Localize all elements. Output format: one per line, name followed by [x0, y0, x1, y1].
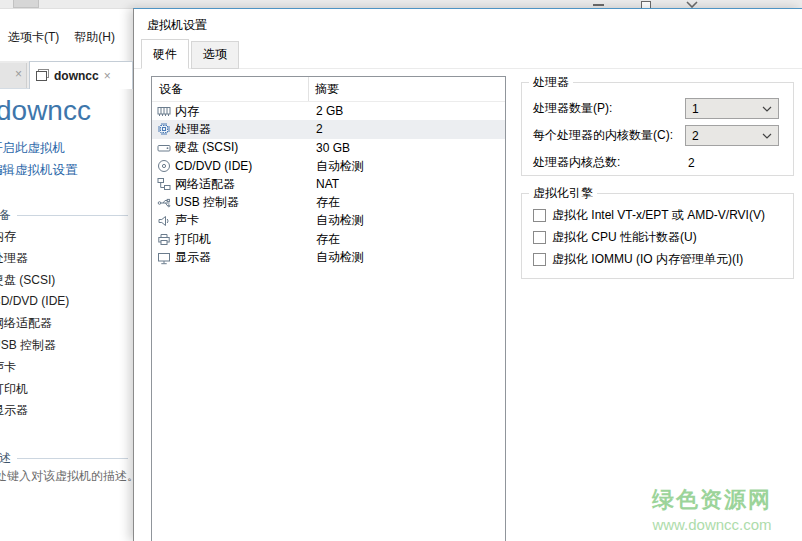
device-label: 处理器	[175, 121, 211, 138]
device-cell: 硬盘 (SCSI)	[152, 139, 310, 156]
bg-device-item[interactable]: 网络适配器	[0, 313, 130, 335]
cpu-icon	[157, 122, 171, 136]
bg-device-item[interactable]: 硬盘 (SCSI)	[0, 270, 130, 292]
printer-icon	[157, 232, 171, 246]
device-table-row[interactable]: 内存2 GB	[152, 102, 505, 120]
app-icon	[13, 0, 39, 8]
summary-cell: 自动检测	[310, 249, 364, 266]
checkbox-unchecked[interactable]	[533, 209, 546, 222]
memory-icon	[157, 104, 171, 118]
bg-device-item[interactable]: 声卡	[0, 357, 130, 379]
bg-device-item[interactable]: 处理器	[0, 248, 130, 270]
summary-cell: NAT	[310, 177, 339, 191]
summary-cell: 2 GB	[310, 104, 343, 118]
menu-item[interactable]: 帮助(H)	[74, 29, 115, 45]
device-table-row[interactable]: 声卡自动检测	[152, 212, 505, 230]
minimize-icon[interactable]	[593, 4, 604, 6]
dialog-tab-options[interactable]: 选项	[191, 41, 239, 69]
bg-device-item[interactable]: USB 控制器	[0, 335, 130, 357]
processor-count-select[interactable]: 1	[685, 98, 779, 119]
device-cell: 打印机	[152, 231, 310, 248]
virtualization-checkbox-row[interactable]: 虚拟化 IOMMU (IO 内存管理单元)(I)	[533, 251, 743, 268]
summary-cell: 自动检测	[310, 212, 364, 229]
device-table-row[interactable]: 显示器自动检测	[152, 248, 505, 266]
field-label: 处理器数量(P):	[533, 100, 612, 117]
device-table-row[interactable]: USB 控制器存在	[152, 193, 505, 211]
device-cell: 处理器	[152, 121, 310, 138]
edit-vm-settings-link[interactable]: 编辑虚拟机设置	[0, 162, 78, 179]
device-label: 硬盘 (SCSI)	[175, 139, 238, 156]
device-rows: 内存2 GB处理器2硬盘 (SCSI)30 GBCD/DVD (IDE)自动检测…	[152, 102, 505, 267]
cd-icon	[157, 159, 171, 173]
menu-bar: 选项卡(T)帮助(H)	[8, 29, 115, 45]
screen: 选项卡(T)帮助(H) × downcc × downcc 开启此虚拟机 编辑虚…	[0, 0, 802, 541]
bg-device-item[interactable]: 显示器	[0, 400, 130, 422]
device-table-row[interactable]: CD/DVD (IDE)自动检测	[152, 157, 505, 175]
checkbox-unchecked[interactable]	[533, 253, 546, 266]
device-table-row[interactable]: 网络适配器NAT	[152, 175, 505, 193]
processor-field-row: 处理器内核总数:2	[533, 152, 783, 173]
usb-icon	[157, 196, 171, 210]
vm-settings-dialog: 虚拟机设置 硬件选项 设备 摘要 内存2 GB处理器2硬盘 (SCSI)30 G…	[133, 8, 802, 541]
bg-device-item[interactable]: 内存	[0, 226, 130, 248]
dialog-tabs: 硬件选项	[141, 45, 241, 69]
dialog-title: 虚拟机设置	[147, 17, 207, 34]
tab-vm-downcc[interactable]: downcc ×	[29, 61, 133, 89]
background-main-window: 选项卡(T)帮助(H) × downcc × downcc 开启此虚拟机 编辑虚…	[0, 9, 133, 541]
device-table-row[interactable]: 处理器2	[152, 120, 505, 138]
field-label: 处理器内核总数:	[533, 154, 620, 171]
cores-per-processor-select[interactable]: 2	[685, 125, 779, 146]
device-cell: 网络适配器	[152, 176, 310, 193]
vm-tab-bar: × downcc ×	[0, 61, 133, 89]
tab-home-partial[interactable]: ×	[0, 63, 27, 89]
device-label: 声卡	[175, 212, 199, 229]
device-label: 网络适配器	[175, 176, 235, 193]
device-label: 打印机	[175, 231, 211, 248]
dialog-tab-hardware[interactable]: 硬件	[141, 39, 189, 69]
summary-cell: 存在	[310, 194, 340, 211]
summary-cell: 存在	[310, 231, 340, 248]
selected-value: 1	[692, 102, 699, 116]
vm-console-icon	[36, 69, 49, 82]
virtualization-checkbox-row[interactable]: 虚拟化 Intel VT-x/EPT 或 AMD-V/RVI(V)	[533, 207, 765, 224]
processor-group: 处理器 处理器数量(P):1每个处理器的内核数量(C):2处理器内核总数:2	[521, 82, 794, 176]
summary-cell: 自动检测	[310, 158, 364, 175]
device-label: CD/DVD (IDE)	[175, 159, 252, 173]
checkbox-label: 虚拟化 IOMMU (IO 内存管理单元)(I)	[552, 251, 743, 268]
device-table-row[interactable]: 硬盘 (SCSI)30 GB	[152, 139, 505, 157]
description-section-header: 描述	[0, 450, 128, 467]
device-label: 显示器	[175, 249, 211, 266]
device-table-header: 设备 摘要	[152, 77, 505, 102]
bg-device-item[interactable]: 打印机	[0, 379, 130, 401]
device-table-row[interactable]: 打印机存在	[152, 230, 505, 248]
close-tab-icon[interactable]: ×	[15, 69, 22, 79]
device-cell: 内存	[152, 103, 310, 120]
summary-cell: 2	[310, 122, 323, 136]
power-on-vm-link[interactable]: 开启此虚拟机	[0, 140, 65, 157]
close-tab-icon[interactable]: ×	[104, 71, 111, 81]
total-cores-value: 2	[688, 156, 695, 170]
checkbox-unchecked[interactable]	[533, 231, 546, 244]
virtualization-checkbox-row[interactable]: 虚拟化 CPU 性能计数器(U)	[533, 229, 697, 246]
processor-group-title: 处理器	[529, 74, 573, 91]
bg-device-item[interactable]: CD/DVD (IDE)	[0, 291, 130, 313]
disk-icon	[157, 141, 171, 155]
device-cell: CD/DVD (IDE)	[152, 159, 310, 173]
display-icon	[157, 251, 171, 265]
hardware-device-list: 设备 摘要 内存2 GB处理器2硬盘 (SCSI)30 GBCD/DVD (ID…	[151, 76, 506, 541]
network-icon	[157, 177, 171, 191]
vm-title: downcc	[0, 95, 91, 127]
vm-description-placeholder[interactable]: 在此处键入对该虚拟机的描述。	[0, 468, 139, 485]
device-cell: 显示器	[152, 249, 310, 266]
virtualization-group: 虚拟化引擎 虚拟化 Intel VT-x/EPT 或 AMD-V/RVI(V)虚…	[521, 193, 794, 279]
device-label: USB 控制器	[175, 194, 239, 211]
checkbox-label: 虚拟化 Intel VT-x/EPT 或 AMD-V/RVI(V)	[552, 207, 765, 224]
column-device: 设备	[152, 77, 309, 101]
menu-item[interactable]: 选项卡(T)	[8, 29, 59, 45]
processor-field-row: 处理器数量(P):1	[533, 98, 783, 119]
devices-section-header: 设备	[0, 207, 128, 224]
device-cell: 声卡	[152, 212, 310, 229]
tab-label: downcc	[54, 69, 99, 83]
checkbox-label: 虚拟化 CPU 性能计数器(U)	[552, 229, 697, 246]
summary-cell: 30 GB	[310, 141, 350, 155]
